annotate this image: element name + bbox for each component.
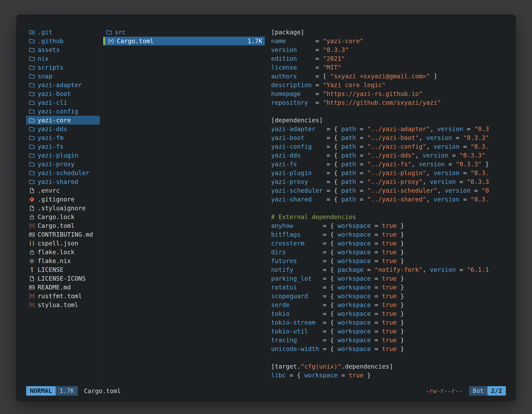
parent-file-item[interactable]: yazi-scheduler bbox=[26, 169, 100, 177]
preview-token: "0.3.3" bbox=[323, 46, 349, 53]
current-file-item[interactable]: src bbox=[103, 28, 265, 37]
preview-token: true bbox=[382, 231, 397, 238]
parent-file-item[interactable]: yazi-config bbox=[26, 107, 100, 116]
preview-line: libc = { workspace = true } bbox=[271, 371, 506, 380]
preview-line: [dependencies] bbox=[271, 116, 506, 125]
preview-token: version bbox=[271, 46, 297, 53]
parent-file-item[interactable]: Cargo.lock bbox=[26, 212, 100, 221]
preview-token: yazi-shared bbox=[271, 196, 312, 203]
parent-file-item[interactable]: LICENSE bbox=[26, 265, 100, 274]
preview-token: "6.1.1 bbox=[467, 266, 489, 273]
parent-file-item[interactable]: LICENSE-ICONS bbox=[26, 274, 100, 283]
preview-token: = bbox=[297, 64, 323, 71]
preview-line: unicode-width = { workspace = true } bbox=[271, 345, 506, 353]
preview-token: = { bbox=[312, 169, 342, 176]
parent-file-item[interactable]: yazi-adapter bbox=[26, 81, 100, 89]
parent-file-item[interactable]: .github bbox=[26, 37, 100, 45]
nix-icon bbox=[29, 258, 35, 264]
preview-token: yazi-config bbox=[271, 143, 312, 150]
parent-file-item[interactable]: yazi-cli bbox=[26, 98, 100, 107]
current-file-item[interactable]: Cargo.toml1.7K bbox=[103, 37, 265, 45]
item-label: Cargo.toml bbox=[38, 222, 75, 229]
folder-icon bbox=[29, 82, 35, 88]
preview-token: version bbox=[434, 169, 459, 176]
preview-token: = bbox=[338, 372, 349, 379]
preview-token: workspace bbox=[338, 249, 371, 256]
preview-token: "sxyazi <sxyazi@gmail.com>" bbox=[330, 73, 430, 80]
preview-token: path bbox=[341, 169, 356, 176]
item-label: LICENSE-ICONS bbox=[38, 275, 86, 282]
parent-file-item[interactable]: .envrc bbox=[26, 186, 100, 195]
parent-file-item[interactable]: assets bbox=[26, 45, 100, 54]
parent-file-item[interactable]: yazi-shared bbox=[26, 177, 100, 186]
parent-file-item[interactable]: stylua.toml bbox=[26, 300, 100, 309]
preview-token: , bbox=[411, 161, 419, 168]
parent-file-item[interactable]: snap bbox=[26, 72, 100, 81]
preview-token: = { bbox=[297, 161, 341, 168]
preview-token: = bbox=[371, 222, 382, 229]
item-label: yazi-plugin bbox=[38, 152, 78, 159]
preview-token: , bbox=[423, 266, 430, 273]
parent-file-item[interactable]: scripts bbox=[26, 63, 100, 72]
preview-token: "../yazi-boot" bbox=[367, 134, 419, 141]
preview-token: = bbox=[356, 134, 367, 141]
preview-token: .dependencies] bbox=[341, 363, 393, 370]
permission-token: rw bbox=[429, 387, 437, 395]
parent-file-item[interactable]: rustfmt.toml bbox=[26, 292, 100, 300]
parent-file-item[interactable]: .git bbox=[26, 28, 100, 37]
item-label: flake.lock bbox=[38, 249, 75, 256]
folder-icon bbox=[29, 126, 35, 132]
preview-token: = { bbox=[315, 319, 338, 326]
item-label: cspell.json bbox=[38, 240, 78, 247]
parent-file-item[interactable]: yazi-plugin bbox=[26, 151, 100, 160]
preview-token: "../yazi-shared" bbox=[367, 196, 426, 203]
preview-line: name = "yazi-core" bbox=[271, 37, 506, 45]
key-icon bbox=[29, 267, 35, 273]
file-icon bbox=[29, 187, 35, 194]
item-label: .git bbox=[38, 29, 52, 36]
preview-token: true bbox=[382, 301, 397, 308]
preview-token: tracing bbox=[271, 337, 297, 344]
preview-token: workspace bbox=[338, 222, 371, 229]
parent-file-item[interactable]: yazi-dds bbox=[26, 125, 100, 133]
preview-token: version bbox=[437, 125, 463, 133]
preview-token: = { bbox=[293, 222, 338, 229]
preview-token: = bbox=[371, 328, 382, 335]
parent-file-item[interactable]: yazi-fm bbox=[26, 133, 100, 142]
parent-file-item[interactable]: yazi-boot bbox=[26, 89, 100, 98]
parent-file-item[interactable]: flake.nix bbox=[26, 257, 100, 265]
preview-token: = { bbox=[290, 310, 338, 317]
preview-token: version bbox=[434, 196, 459, 203]
parent-file-item[interactable]: .styluaignore bbox=[26, 204, 100, 212]
parent-pane: .git.githubassetsnixscriptssnapyazi-adap… bbox=[26, 28, 100, 384]
preview-token: dirs bbox=[271, 249, 286, 256]
preview-token: = { bbox=[319, 345, 338, 352]
preview-token: version bbox=[419, 161, 445, 168]
preview-token: , bbox=[430, 125, 437, 133]
folder-icon bbox=[29, 152, 35, 159]
parent-file-item[interactable]: README.md bbox=[26, 283, 100, 292]
parent-file-item[interactable]: yazi-core bbox=[26, 116, 100, 125]
preview-token: = { bbox=[293, 266, 338, 273]
parent-file-item[interactable]: flake.lock bbox=[26, 248, 100, 257]
parent-file-item[interactable]: CONTRIBUTING.md bbox=[26, 230, 100, 239]
preview-token: license bbox=[271, 64, 297, 71]
parent-file-item[interactable]: .gitignore bbox=[26, 195, 100, 204]
preview-line: anyhow = { workspace = true } bbox=[271, 221, 506, 230]
file-icon bbox=[29, 205, 35, 212]
parent-file-item[interactable]: yazi-fs bbox=[26, 142, 100, 151]
preview-line: bitflags = { workspace = true } bbox=[271, 230, 506, 239]
parent-file-item[interactable]: cspell.json bbox=[26, 239, 100, 248]
parent-file-item[interactable]: yazi-proxy bbox=[26, 160, 100, 169]
preview-token: version bbox=[430, 178, 456, 185]
preview-line: [package] bbox=[271, 28, 506, 37]
preview-token: "../yazi-adapter" bbox=[367, 125, 430, 133]
preview-token: path bbox=[341, 143, 356, 150]
preview-token: workspace bbox=[338, 231, 371, 238]
parent-file-item[interactable]: Cargo.toml bbox=[26, 221, 100, 230]
preview-token: yazi-adapter bbox=[271, 125, 315, 133]
preview-token: yazi-proxy bbox=[271, 178, 308, 185]
parent-file-item[interactable]: nix bbox=[26, 54, 100, 63]
preview-token: = bbox=[463, 125, 474, 133]
preview-token: } bbox=[397, 310, 404, 317]
